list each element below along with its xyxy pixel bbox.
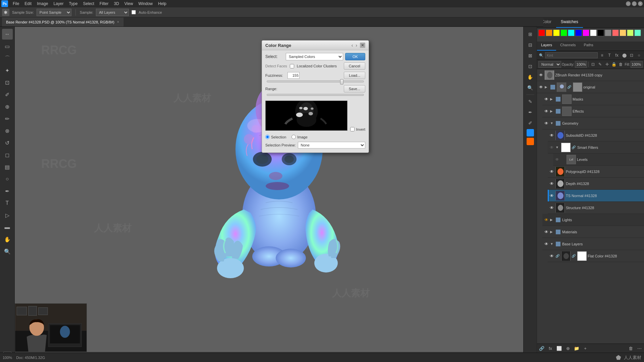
sample-size-select[interactable]: Point Sample 3 by 3 Average 5 by 5 Avera… [37, 9, 71, 16]
layer-item-structure[interactable]: 👁 Structure #41328 [548, 202, 644, 214]
swatch-mint[interactable] [634, 29, 641, 36]
active-tab[interactable]: Base Render #41328.PSD @ 100% (TS Normal… [2, 17, 123, 26]
opacity-input[interactable] [575, 61, 587, 68]
localized-checkbox[interactable] [290, 64, 294, 68]
magic-wand-tool[interactable]: ✦ [2, 65, 13, 76]
pen-tool[interactable]: ✒ [2, 186, 13, 196]
group-arrow-base-layers[interactable]: ▼ [550, 242, 555, 246]
group-arrow-materials[interactable]: ▶ [550, 230, 555, 234]
edit-btn[interactable]: ✎ [526, 97, 535, 106]
visibility-icon-base-layers[interactable]: 👁 [544, 241, 549, 247]
layer-item-depth[interactable]: 👁 Depth #41328 [548, 178, 644, 190]
draw-btn[interactable]: ✒ [526, 108, 535, 117]
text-tool[interactable]: T [2, 198, 13, 208]
color-indicator-2[interactable] [527, 138, 534, 145]
swatch-black[interactable] [597, 29, 604, 36]
marquee-tool[interactable]: ▭ [2, 41, 13, 52]
menu-select[interactable]: Select [80, 1, 97, 7]
delete-btn[interactable]: 🗑 [627, 345, 634, 352]
dialog-close-button[interactable]: ✕ [360, 43, 365, 48]
fuzziness-input[interactable] [287, 72, 300, 79]
visibility-icon-geometry[interactable]: 👁 [544, 121, 549, 126]
swatch-blue[interactable] [575, 29, 582, 36]
dialog-forward-btn[interactable]: › [356, 43, 357, 48]
hand-btn[interactable]: ✋ [526, 72, 535, 82]
lock-transparent-btn[interactable]: ⊡ [590, 61, 596, 68]
layer-item-flat-color[interactable]: 👁 🔗 🔗 Flat Color #41328 [548, 250, 644, 262]
layer-item-subsolid[interactable]: 👁 SubsolidID #41328 [548, 129, 644, 141]
eraser-tool[interactable]: ◻ [2, 149, 13, 160]
visibility-icon-depth[interactable]: 👁 [549, 181, 554, 186]
swatch-cyan[interactable] [568, 29, 575, 36]
select-dropdown[interactable]: Sampled Colors Reds Yellows Greens Cyans… [286, 53, 343, 60]
menu-layer[interactable]: Layer [51, 1, 66, 7]
image-radio-item[interactable]: Image [291, 135, 308, 139]
swatch-orange[interactable] [546, 29, 552, 36]
menu-type[interactable]: Type [66, 1, 80, 7]
visibility-icon-levels[interactable]: 👁 [554, 157, 560, 162]
group-arrow-original[interactable]: ▶ [545, 85, 549, 89]
menu-file[interactable]: File [10, 1, 22, 7]
visibility-icon-masks[interactable]: 👁 [544, 97, 549, 102]
group-arrow-sf[interactable]: ▼ [555, 145, 560, 149]
new-layer-btn[interactable]: + [582, 345, 589, 352]
visibility-icon-effects[interactable]: 👁 [544, 109, 549, 114]
visibility-icon-materials[interactable]: 👁 [544, 229, 549, 235]
eyedropper-tool[interactable]: ✐ [2, 89, 13, 100]
selection-radio[interactable] [265, 135, 270, 139]
layer-item-polygroupid[interactable]: 👁 PolygroupID #41328 [548, 166, 644, 178]
range-slider[interactable] [267, 94, 364, 96]
group-arrow-effects[interactable]: ▶ [550, 109, 555, 113]
crop-tool[interactable]: ⊡ [2, 77, 13, 88]
artboard-btn[interactable]: ⊞ [526, 29, 535, 39]
add-style-btn[interactable]: fx [547, 345, 554, 352]
expand-btn[interactable]: ⋯ [636, 345, 643, 352]
visibility-icon-structure[interactable]: 👁 [549, 205, 554, 210]
swatch-green[interactable] [560, 29, 567, 36]
visibility-icon-ts-normal[interactable]: 👁 [549, 193, 554, 198]
lock-image-btn[interactable]: ✎ [597, 61, 603, 68]
gradient-tool[interactable]: ▤ [2, 162, 13, 172]
sample-btn[interactable]: ✐ [526, 118, 535, 128]
lock-position-btn[interactable]: ✛ [604, 61, 610, 68]
swatch-red[interactable] [538, 29, 545, 36]
cancel-button[interactable]: Cancel [344, 62, 365, 70]
blend-mode-select[interactable]: Normal Multiply Screen Overlay [538, 61, 561, 68]
zoom-tool[interactable]: 🔍 [2, 246, 13, 257]
lock-all-btn[interactable]: 🔒 [611, 61, 617, 68]
swatch-peach[interactable] [620, 29, 626, 36]
brush-tool[interactable]: ✏ [2, 113, 13, 124]
add-mask-btn[interactable]: ⬜ [555, 345, 563, 352]
save-button[interactable]: Save... [344, 85, 365, 93]
ok-button[interactable]: OK [345, 53, 365, 60]
move-tool[interactable]: ↔ [2, 29, 13, 40]
swatch-magenta[interactable] [583, 29, 589, 36]
group-arrow-geometry[interactable]: ▼ [550, 121, 555, 125]
visibility-icon-zbrush[interactable]: 👁 [538, 72, 544, 78]
layer-item-materials[interactable]: 👁 ▶ Materials [542, 226, 644, 238]
layer-item-original[interactable]: 👁 ▶ 🔗 original [537, 81, 644, 93]
dodge-tool[interactable]: ○ [2, 174, 13, 184]
lasso-tool[interactable]: ⌒ [2, 53, 13, 64]
spot-heal-tool[interactable]: ⊕ [2, 101, 13, 112]
dialog-back-btn[interactable]: ‹ [352, 43, 353, 48]
layer-item-geometry[interactable]: 👁 ▼ Geometry [542, 117, 644, 129]
color-indicator[interactable] [527, 129, 534, 136]
load-button[interactable]: Load... [344, 72, 365, 79]
layer-item-zbrush[interactable]: 👁 ZBrush Render #41328 copy [537, 69, 644, 81]
visibility-icon-subsolid[interactable]: 👁 [549, 133, 554, 138]
fill-input[interactable] [631, 61, 643, 68]
swatches-tab[interactable]: Swatches [556, 17, 583, 28]
menu-view[interactable]: View [122, 1, 136, 7]
search-type-btn[interactable]: T [606, 52, 612, 58]
swatch-gray[interactable] [605, 29, 611, 36]
auto-enhance-checkbox[interactable] [131, 10, 136, 14]
content-aware-btn[interactable]: ⊟ [526, 40, 535, 50]
layer-item-levels[interactable]: 👁 Lvl Levels [553, 154, 644, 166]
navigator-btn[interactable]: ⊡ [526, 62, 535, 71]
maximize-button[interactable]: □ [632, 1, 637, 6]
selection-radio-item[interactable]: Selection [265, 135, 286, 139]
menu-3d[interactable]: 3D [111, 1, 121, 7]
visibility-icon-original[interactable]: 👁 [538, 84, 544, 90]
current-tool-icon[interactable]: ✱ [2, 9, 9, 16]
